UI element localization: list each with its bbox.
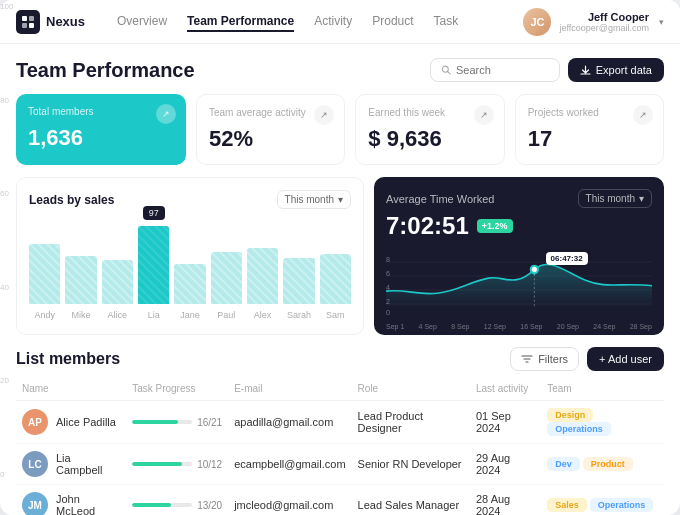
table-row: LC Lia Campbell 10/12 ecampbell@gmail.co…: [16, 444, 664, 485]
stat-card-total-members: Total members 1,636 ↗: [16, 94, 186, 165]
bar-chart-wrapper: 100 80 60 40 20 0 AndyMikeAlice97LiaJane…: [29, 217, 351, 322]
chevron-icon: ▾: [338, 194, 343, 205]
leads-period-selector[interactable]: This month ▾: [277, 190, 351, 209]
svg-rect-1: [29, 16, 34, 21]
bar-group: Sarah: [283, 224, 314, 304]
col-team: Team: [541, 379, 664, 401]
stat-value-avg: 52%: [209, 126, 332, 152]
tag: Sales: [547, 498, 587, 512]
export-button[interactable]: Export data: [568, 58, 664, 82]
time-value: 7:02:51: [386, 212, 469, 240]
cell-task-progress: 16/21: [126, 401, 228, 444]
cell-last-activity: 29 Aug 2024: [470, 444, 541, 485]
bar-tooltip: 97: [143, 206, 165, 220]
logo-text: Nexus: [46, 14, 85, 29]
bar-group: Mike: [65, 224, 96, 304]
progress-text: 16/21: [197, 417, 222, 428]
bar: [247, 248, 278, 304]
bar-group: Sam: [320, 224, 351, 304]
member-name-cell: LC Lia Campbell: [22, 451, 120, 477]
cell-name: JM John McLeod: [16, 485, 126, 516]
header-row: Team Performance Export data: [16, 58, 664, 82]
leads-chart-title: Leads by sales: [29, 193, 114, 207]
stat-label-total: Total members: [28, 106, 174, 117]
stat-arrow-total[interactable]: ↗: [156, 104, 176, 124]
progress-text: 10/12: [197, 459, 222, 470]
bar-label: Andy: [34, 310, 55, 320]
add-user-button[interactable]: + Add user: [587, 347, 664, 371]
search-input[interactable]: [456, 64, 549, 76]
stat-arrow-earned[interactable]: ↗: [474, 105, 494, 125]
stat-value-total: 1,636: [28, 125, 174, 151]
progress-track: [132, 420, 192, 424]
bar-label: Alice: [108, 310, 128, 320]
stat-card-earned: Earned this week $ 9,636 ↗: [355, 94, 504, 165]
line-chart-area: 8 6 4 2 0 06:47:32 Sep 1 4 Sep 8 Sep 12 …: [386, 248, 652, 318]
progress-fill: [132, 420, 178, 424]
bar-label: Sarah: [287, 310, 311, 320]
user-avatar: JC: [523, 8, 551, 36]
navbar: Nexus Overview Team Performance Activity…: [0, 0, 680, 44]
user-info: Jeff Cooper jeffcooper@gmail.com: [559, 11, 649, 33]
filters-icon: [521, 353, 533, 365]
cell-team: DevProduct: [541, 444, 664, 485]
chevron-down-icon: ▾: [659, 17, 664, 27]
cell-task-progress: 13/20: [126, 485, 228, 516]
logo-area[interactable]: Nexus: [16, 10, 85, 34]
bar-label: Jane: [180, 310, 200, 320]
bar: [138, 226, 169, 304]
time-value-row: 7:02:51 +1.2%: [386, 212, 652, 240]
cell-email: jmcleod@gmail.com: [228, 485, 351, 516]
progress-track: [132, 503, 192, 507]
line-chart-svg: 8 6 4 2 0: [386, 248, 652, 318]
user-area[interactable]: JC Jeff Cooper jeffcooper@gmail.com ▾: [523, 8, 664, 36]
progress-fill: [132, 503, 171, 507]
svg-line-5: [447, 72, 449, 74]
svg-rect-0: [22, 16, 27, 21]
chevron-icon-dark: ▾: [639, 193, 644, 204]
line-tooltip: 06:47:32: [546, 252, 588, 265]
nav-product[interactable]: Product: [372, 12, 413, 32]
time-chart-header: Average Time Worked This month ▾: [386, 189, 652, 208]
stat-arrow-avg[interactable]: ↗: [314, 105, 334, 125]
time-chart-card: Average Time Worked This month ▾ 7:02:51…: [374, 177, 664, 335]
bar-group: Alex: [247, 224, 278, 304]
stat-card-projects: Projects worked 17 ↗: [515, 94, 664, 165]
bar-group: 97Lia: [138, 224, 169, 304]
bar-group: Paul: [211, 224, 242, 304]
cell-name: LC Lia Campbell: [16, 444, 126, 485]
nav-overview[interactable]: Overview: [117, 12, 167, 32]
tag: Dev: [547, 457, 580, 471]
app-container: Nexus Overview Team Performance Activity…: [0, 0, 680, 515]
search-box[interactable]: [430, 58, 560, 82]
user-email: jeffcooper@gmail.com: [559, 23, 649, 33]
bar-label: Paul: [217, 310, 235, 320]
filters-button[interactable]: Filters: [510, 347, 579, 371]
progress-bar-container: 13/20: [132, 500, 222, 511]
bar-group: Alice: [102, 224, 133, 304]
nav-task[interactable]: Task: [434, 12, 459, 32]
time-period-selector[interactable]: This month ▾: [578, 189, 652, 208]
search-icon: [441, 64, 451, 76]
stat-value-earned: $ 9,636: [368, 126, 491, 152]
nav-activity[interactable]: Activity: [314, 12, 352, 32]
svg-text:6: 6: [386, 269, 390, 278]
member-name: Lia Campbell: [56, 452, 120, 476]
y-axis: 100 80 60 40 20 0: [0, 44, 22, 497]
stat-arrow-projects[interactable]: ↗: [633, 105, 653, 125]
time-chart-title: Average Time Worked: [386, 193, 494, 205]
svg-text:0: 0: [386, 308, 390, 317]
x-labels: Sep 1 4 Sep 8 Sep 12 Sep 16 Sep 20 Sep 2…: [386, 323, 652, 330]
cell-role: Lead Product Designer: [352, 401, 470, 444]
member-avatar: JM: [22, 492, 48, 515]
bar: [320, 254, 351, 304]
tag: Design: [547, 408, 593, 422]
time-badge: +1.2%: [477, 219, 513, 233]
table-header-row: Name Task Progress E-mail Role Last acti…: [16, 379, 664, 401]
stat-card-avg-activity: Team average activity 52% ↗: [196, 94, 345, 165]
user-name: Jeff Cooper: [559, 11, 649, 23]
list-section: List members Filters + Add user: [16, 347, 664, 515]
progress-bar-container: 16/21: [132, 417, 222, 428]
nav-team-performance[interactable]: Team Performance: [187, 12, 294, 32]
nav-links: Overview Team Performance Activity Produ…: [117, 12, 523, 32]
